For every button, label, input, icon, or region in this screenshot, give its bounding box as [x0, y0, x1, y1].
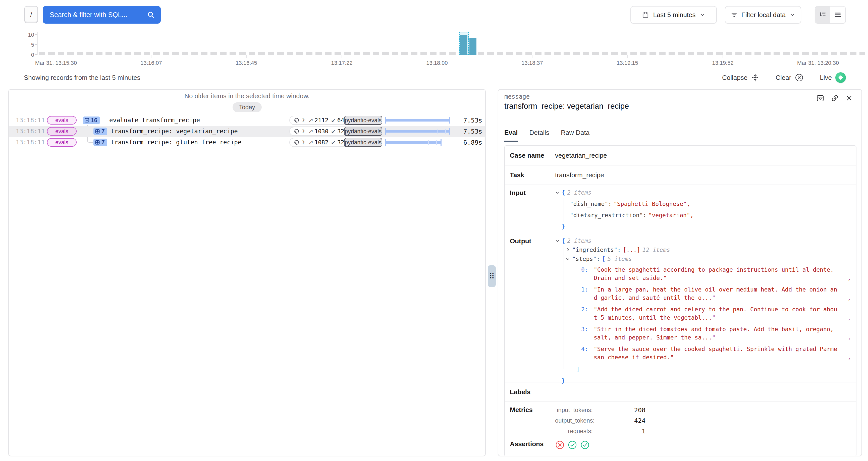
y-axis-tick [35, 34, 37, 35]
metrics-values: input_tokens: 208 output_tokens: 424 req… [555, 402, 856, 438]
link-icon[interactable] [831, 94, 839, 102]
sigma-icon: Σ [302, 139, 306, 146]
metric-key: requests: [555, 428, 593, 435]
span-count-badge[interactable]: 16 [83, 117, 100, 124]
duration-gantt-bar [385, 117, 453, 124]
duration-gantt-bar [385, 128, 453, 134]
scope-tag[interactable]: pydantic-evals [344, 138, 382, 147]
x-tick-label: Mar 31. 13:20:30 [797, 60, 839, 66]
collapse-label: Collapse [722, 74, 747, 82]
y-tick-label: 5 [20, 42, 34, 48]
close-brace: } [562, 377, 565, 385]
span-count-badge[interactable]: 7 [93, 139, 107, 146]
filter-local-data-button[interactable]: Filter local data [725, 6, 801, 24]
metric-item: output_tokens: 424 [555, 417, 856, 424]
case-name-label: Case name [505, 152, 555, 159]
steps-item: 3: "Stir in the diced tomatoes and tomat… [555, 325, 856, 342]
input-tokens-count: 1082 [314, 139, 328, 146]
x-axis-tick [532, 55, 532, 58]
chevron-down-icon[interactable] [555, 239, 560, 243]
step-text: "Stir in the diced tomatoes and tomato p… [594, 325, 838, 342]
clear-circle-x-icon [795, 73, 804, 82]
trailing-comma: , [847, 353, 851, 362]
trailing-comma: , [847, 333, 851, 342]
evals-tag[interactable]: evals [47, 116, 76, 125]
metric-item: input_tokens: 208 [555, 406, 856, 414]
assertion-pass-icon[interactable] [580, 440, 590, 456]
status-actions: Collapse Clear Live [722, 72, 846, 83]
x-tick-label: Mar 31. 13:15:30 [35, 60, 77, 66]
open-bracket: [ [602, 255, 606, 263]
panel-splitter[interactable]: ⠿ [488, 265, 496, 287]
evals-tag[interactable]: evals [47, 127, 76, 135]
x-axis-tick [437, 55, 437, 58]
live-label: Live [820, 74, 832, 82]
x-tick-label: 13:19:15 [617, 60, 638, 66]
task-label: Task [505, 171, 555, 179]
search-button[interactable]: Search & filter with SQL... [43, 6, 161, 24]
chevron-down-icon[interactable] [566, 256, 570, 261]
clear-label: Clear [776, 74, 791, 82]
row-timestamp: 13:18:11 [16, 117, 45, 124]
histogram-bar[interactable] [460, 35, 467, 55]
sigma-icon: Σ [302, 117, 306, 124]
metrics-label: Metrics [505, 402, 555, 438]
live-toggle[interactable]: Live [820, 72, 846, 83]
span-count-badge[interactable]: 7 [93, 128, 107, 135]
slash-shortcut-key[interactable]: / [24, 6, 38, 23]
task-value: transform_recipe [555, 171, 856, 179]
coin-icon [294, 140, 299, 145]
metric-key: input_tokens: [555, 406, 593, 414]
trailing-comma: , [847, 274, 851, 282]
json-key: "dish_name": [570, 200, 612, 208]
x-tick-label: 13:16:45 [236, 60, 257, 66]
json-key: "ingredients": [572, 246, 621, 254]
trace-row[interactable]: 13:18:11 evals 7 transform_recipe: glute… [9, 137, 485, 148]
list-view-button[interactable] [830, 6, 845, 23]
empty-buckets-baseline [39, 52, 865, 55]
items-count-label: 2 items [567, 189, 591, 197]
detail-title: transform_recipe: vegetarian_recipe [504, 102, 629, 111]
tree-view-button[interactable] [815, 6, 830, 23]
input-row: Input { 2 items "dish_name": "Spaghetti … [505, 185, 856, 233]
clear-button[interactable]: Clear [776, 73, 804, 82]
evals-tag[interactable]: evals [47, 138, 76, 147]
trace-row[interactable]: 13:18:11 evals 16 evaluate transform_rec… [9, 115, 485, 126]
filter-local-label: Filter local data [741, 11, 786, 19]
x-axis-tick [818, 55, 818, 58]
case-name-value: vegetarian_recipe [555, 152, 856, 159]
output-tokens-arrow-icon: ↙ [331, 139, 336, 146]
metric-value: 208 [593, 406, 646, 414]
labels-row: Labels [505, 382, 856, 402]
input-json-viewer: { 2 items "dish_name": "Spaghetti Bologn… [555, 185, 856, 233]
steps-item: 4: "Serve the sauce over the cooked spag… [555, 345, 856, 362]
collapse-button[interactable]: Collapse [722, 73, 760, 82]
trailing-comma: , [847, 314, 851, 322]
json-key: "dietary_restriction": [570, 211, 647, 219]
expand-box-icon [95, 129, 100, 134]
scope-tag[interactable]: pydantic-evals [344, 116, 382, 125]
trace-list-panel: No older items in the selected time wind… [8, 89, 486, 456]
chevron-down-icon[interactable] [555, 190, 560, 195]
open-brace: { [562, 237, 565, 245]
span-detail-panel: message transform_recipe: vegetarian_rec… [498, 89, 862, 456]
y-tick-label: 10 [20, 32, 34, 38]
chevron-right-icon[interactable] [566, 248, 570, 252]
histogram-bar[interactable] [469, 38, 476, 55]
assertion-pass-icon[interactable] [568, 440, 577, 456]
input-tokens-count: 1030 [314, 128, 328, 134]
input-tokens-arrow-icon: ↗ [308, 139, 313, 146]
time-range-button[interactable]: Last 5 minutes [630, 6, 717, 24]
output-row: Output { 2 items " [505, 233, 856, 382]
trace-row-selected[interactable]: 13:18:11 evals 7 transform_recipe: veget… [9, 126, 485, 137]
close-icon[interactable] [845, 94, 853, 102]
row-timestamp: 13:18:11 [16, 139, 45, 146]
items-count-label: 5 items [608, 255, 632, 263]
detail-panel-actions [816, 94, 853, 102]
x-tick-label: 13:18:37 [521, 60, 543, 66]
scope-tag[interactable]: pydantic-evals [344, 127, 382, 136]
dock-panel-icon[interactable] [816, 94, 824, 102]
collapsed-array-token[interactable]: [...] [623, 246, 640, 254]
assertion-fail-icon[interactable] [555, 440, 565, 456]
x-axis-tick [151, 55, 151, 58]
